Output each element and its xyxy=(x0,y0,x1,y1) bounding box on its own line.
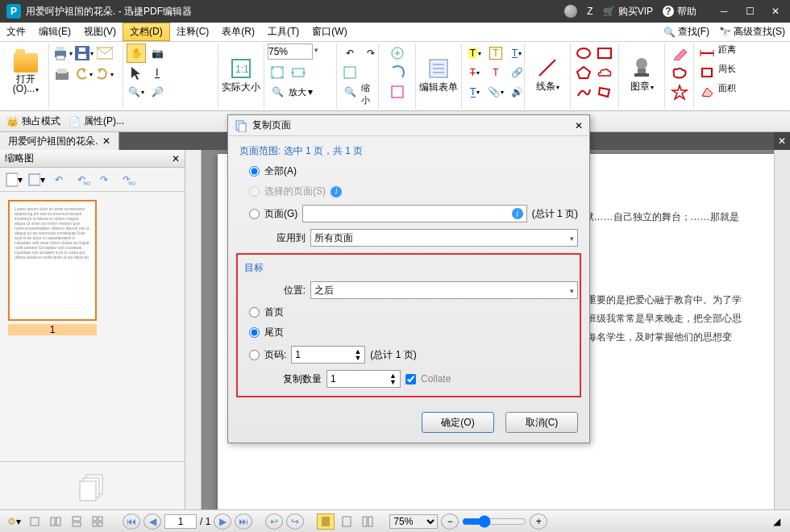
thumb-rotate-ccw-badge[interactable]: ↶90 xyxy=(73,171,90,189)
undo-button[interactable]: ▾ xyxy=(73,64,93,84)
rotate-ccw-button[interactable]: ↶ xyxy=(340,44,360,63)
nav-fwd-button[interactable]: ↪ xyxy=(286,513,304,530)
radio-all[interactable] xyxy=(249,166,260,177)
sb-layout-c[interactable] xyxy=(68,513,85,530)
page-number-spinner[interactable]: 1 ▲▼ xyxy=(291,346,365,364)
select-tool[interactable] xyxy=(127,63,146,82)
collate-checkbox[interactable] xyxy=(405,374,416,384)
tabs-close-all[interactable]: ✕ xyxy=(774,132,790,150)
snapshot-tool[interactable]: 📷 xyxy=(148,44,167,63)
properties-button[interactable]: 📄 属性(P)... xyxy=(69,114,124,128)
minimize-button[interactable]: ─ xyxy=(716,6,732,17)
exclusive-mode-button[interactable]: 👑 独占模式 xyxy=(6,114,60,128)
tool-c[interactable] xyxy=(382,82,412,102)
actual-size-button[interactable]: 1:1 实际大小 xyxy=(222,44,260,105)
next-page-button[interactable]: ▶ xyxy=(214,513,231,530)
collate-label[interactable]: Collate xyxy=(421,373,451,384)
thumb-rotate-cw-badge[interactable]: ↷90 xyxy=(118,171,135,189)
menu-form[interactable]: 表单(R) xyxy=(215,23,261,41)
fit-page-button[interactable] xyxy=(268,63,287,82)
distance-tool[interactable] xyxy=(697,44,717,63)
thumb-rotate-ccw[interactable]: ↶ xyxy=(50,171,68,189)
options-button[interactable]: ⚙▾ xyxy=(5,513,23,530)
vertical-scrollbar[interactable] xyxy=(774,150,790,509)
first-page-button[interactable]: ⏮ xyxy=(123,513,140,530)
menu-document[interactable]: 文档(D) xyxy=(123,23,170,41)
globe-icon[interactable] xyxy=(564,5,577,18)
prev-page-button[interactable]: ◀ xyxy=(143,513,161,530)
sb-layout-b[interactable] xyxy=(47,513,64,530)
advanced-find-button[interactable]: 🔭 高级查找(S) xyxy=(714,25,790,39)
zoom-dropdown[interactable] xyxy=(314,44,318,60)
page-number-input[interactable] xyxy=(164,514,197,529)
cancel-button[interactable]: 取消(C) xyxy=(505,412,578,433)
radio-pages-label[interactable]: 页面(G) xyxy=(264,207,297,221)
sound-tool[interactable]: 🔊 xyxy=(507,82,526,102)
zoom-in-button[interactable]: 🔍 xyxy=(268,82,287,102)
text-select-tool[interactable]: I̲ xyxy=(148,63,167,82)
link-tool[interactable]: 🔗 xyxy=(507,63,526,82)
tab-close-icon[interactable]: ✕ xyxy=(102,135,110,147)
hand-tool[interactable]: ✋ xyxy=(127,44,146,63)
open-button[interactable]: 打开(O)...▾ xyxy=(6,44,45,105)
zoom-input[interactable] xyxy=(268,44,313,60)
thumb-tool-options[interactable]: ▾ xyxy=(27,171,45,189)
zoom-combo[interactable]: 75% xyxy=(389,514,438,529)
fit-visible-button[interactable] xyxy=(340,63,360,82)
menu-comment[interactable]: 注释(C) xyxy=(170,23,216,41)
thumb-rotate-cw[interactable]: ↷ xyxy=(95,171,113,189)
menu-file[interactable]: 文件 xyxy=(0,23,32,41)
free-poly-tool[interactable] xyxy=(595,82,614,102)
edit-form-button[interactable]: 编辑表单 xyxy=(419,44,458,105)
page-thumbnail[interactable]: Lorem ipsum dolor sit amet consectetur a… xyxy=(8,200,97,335)
save-button[interactable]: ▾ xyxy=(74,44,94,63)
find-button[interactable]: 🔍 查找(F) xyxy=(659,25,714,39)
highlight-tool[interactable]: T▾ xyxy=(465,44,484,63)
sb-corner[interactable]: ◢ xyxy=(767,513,785,530)
email-button[interactable] xyxy=(95,44,114,63)
blob-tool[interactable] xyxy=(668,63,690,82)
pencil-tool[interactable] xyxy=(574,82,593,102)
thumb-tool-new[interactable]: ▾ xyxy=(5,171,23,189)
rect-tool[interactable] xyxy=(595,44,614,63)
cloud-tool[interactable] xyxy=(595,63,614,82)
copies-spinner[interactable]: 1 ▲▼ xyxy=(326,370,401,388)
zoom-out-sb[interactable]: − xyxy=(441,513,459,530)
underline-tool[interactable]: T▾ xyxy=(507,44,526,63)
radio-last-label[interactable]: 尾页 xyxy=(264,326,284,339)
strike-tool[interactable]: T▾ xyxy=(465,63,484,82)
buy-vip-button[interactable]: 🛒 购买VIP xyxy=(603,5,653,19)
last-page-button[interactable]: ⏭ xyxy=(235,513,252,530)
t-red-tool[interactable]: T xyxy=(486,63,505,82)
radio-all-label[interactable]: 全部(A) xyxy=(264,164,297,178)
position-select[interactable]: 之后 xyxy=(310,281,578,299)
view-mode-b[interactable] xyxy=(338,513,356,530)
radio-first-page[interactable] xyxy=(249,307,260,318)
eraser-tool[interactable] xyxy=(668,44,690,63)
user-initial[interactable]: Z xyxy=(587,6,592,17)
apply-to-select[interactable]: 所有页面 xyxy=(310,229,578,247)
sb-layout-a[interactable] xyxy=(26,513,44,530)
menu-view[interactable]: 视图(V) xyxy=(77,23,123,41)
menu-window[interactable]: 窗口(W) xyxy=(306,23,353,41)
sb-layout-d[interactable] xyxy=(89,513,106,530)
help-button[interactable]: ? 帮助 xyxy=(663,5,696,19)
type-tool[interactable]: T̲▾ xyxy=(465,82,484,102)
zoom-in-sb[interactable]: + xyxy=(530,513,547,530)
info-icon[interactable]: i xyxy=(331,186,342,197)
scan-button[interactable] xyxy=(52,64,72,84)
star-tool[interactable] xyxy=(668,82,690,102)
radio-last-page[interactable] xyxy=(249,327,260,338)
stamp-button[interactable]: 图章▾ xyxy=(622,44,661,105)
attach-tool[interactable]: 📎▾ xyxy=(486,82,505,102)
maximize-button[interactable]: ☐ xyxy=(742,6,758,17)
redo-button[interactable]: ▾ xyxy=(94,64,114,84)
polygon-tool[interactable] xyxy=(574,63,593,82)
zoom-tool[interactable]: 🔍▾ xyxy=(127,82,146,102)
ok-button[interactable]: 确定(O) xyxy=(422,412,494,433)
t-box-tool[interactable]: T xyxy=(486,44,505,63)
menu-tools[interactable]: 工具(T) xyxy=(261,23,306,41)
sidebar-close-icon[interactable]: ✕ xyxy=(172,153,180,164)
radio-page-number[interactable] xyxy=(249,350,260,360)
zoom-out-button[interactable]: 🔍 xyxy=(340,82,360,102)
